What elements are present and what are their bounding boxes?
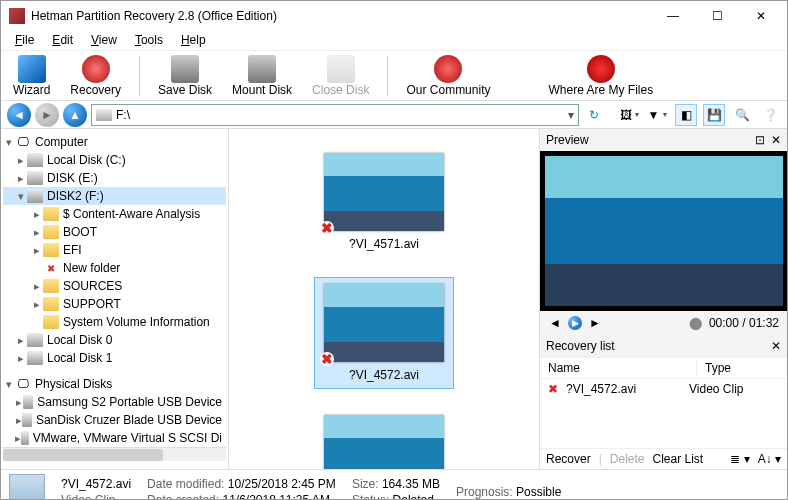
tree-physical-disks[interactable]: ▾Physical Disks	[3, 375, 226, 393]
preview-toggle-button[interactable]: ◧	[675, 104, 697, 126]
file-list[interactable]: ?VI_4571.avi?VI_4572.avi?VI_4573.avi?VI_…	[229, 129, 539, 469]
tree-item[interactable]: ▸Samsung S2 Portable USB Device	[3, 393, 226, 411]
address-dropdown-icon[interactable]: ▾	[568, 108, 574, 122]
play-button[interactable]: ▶	[568, 316, 582, 330]
nav-back-button[interactable]: ◄	[7, 103, 31, 127]
mount-disk-button[interactable]: Mount Disk	[226, 53, 298, 99]
view-controls: 🖼▼ ▼▼ ◧ 💾 🔍 ❔	[619, 104, 781, 126]
status-filename: ?VI_4572.avi	[61, 477, 131, 491]
drive-icon	[96, 109, 112, 121]
tree-item[interactable]: ▸VMware, VMware Virtual S SCSI Di	[3, 429, 226, 447]
file-thumbnail[interactable]: ?VI_4571.avi	[314, 147, 454, 257]
navbar: ◄ ► ▲ F:\ ▾ ↻ 🖼▼ ▼▼ ◧ 💾 🔍 ❔	[1, 101, 787, 129]
prev-frame-button[interactable]: ◄	[548, 316, 562, 330]
refresh-button[interactable]: ↻	[583, 104, 605, 126]
menu-tools[interactable]: Tools	[127, 31, 171, 50]
thumbnail-image	[324, 415, 444, 469]
tree-item[interactable]: ▸SOURCES	[3, 277, 226, 295]
next-frame-button[interactable]: ►	[588, 316, 602, 330]
tree-item[interactable]: System Volume Information	[3, 313, 226, 331]
thumbnail-image	[324, 153, 444, 231]
thumbnail-image	[324, 284, 444, 362]
recovery-list: Name Type ✖ ?VI_4572.avi Video Clip Reco…	[540, 357, 787, 469]
recovery-list-row[interactable]: ✖ ?VI_4572.avi Video Clip	[540, 379, 787, 399]
toolbar: Wizard Recovery Save Disk Mount Disk Clo…	[1, 51, 787, 101]
tree-item[interactable]: ▾DISK2 (F:)	[3, 187, 226, 205]
save-config-button[interactable]: 💾	[703, 104, 725, 126]
nav-forward-button[interactable]: ►	[35, 103, 59, 127]
tree-item[interactable]: ▸SanDisk Cruzer Blade USB Device	[3, 411, 226, 429]
recovery-list-close-button[interactable]: ✕	[771, 339, 781, 353]
toolbar-separator	[387, 56, 388, 96]
save-disk-button[interactable]: Save Disk	[152, 53, 218, 99]
menubar: File Edit View Tools Help	[1, 31, 787, 51]
help-button[interactable]: ❔	[759, 104, 781, 126]
tree-item[interactable]: New folder	[3, 259, 226, 277]
media-time: ⬤ 00:00 / 01:32	[689, 316, 779, 330]
recovery-list-title: Recovery list	[546, 339, 615, 353]
col-type[interactable]: Type	[697, 361, 787, 375]
community-button[interactable]: Our Community	[400, 53, 496, 99]
tree-item[interactable]: ▸EFI	[3, 241, 226, 259]
deleted-file-icon: ✖	[548, 382, 562, 396]
media-controls: ◄ ▶ ► ⬤ 00:00 / 01:32	[540, 311, 787, 335]
view-mode-button[interactable]: 🖼▼	[619, 104, 641, 126]
recover-button[interactable]: Recover	[546, 452, 591, 466]
wizard-button[interactable]: Wizard	[7, 53, 56, 99]
thumbnail-label: ?VI_4571.avi	[349, 237, 419, 251]
sort-button[interactable]: A↓ ▾	[758, 452, 781, 466]
tree-root-computer[interactable]: ▾Computer	[3, 133, 226, 151]
list-view-mode-button[interactable]: ≣ ▾	[730, 452, 749, 466]
preview-title: Preview	[546, 133, 589, 147]
close-disk-button: Close Disk	[306, 53, 375, 99]
recovery-button[interactable]: Recovery	[64, 53, 127, 99]
tree-item[interactable]: ▸SUPPORT	[3, 295, 226, 313]
preview-image	[540, 151, 787, 311]
menu-file[interactable]: File	[7, 31, 42, 50]
app-icon	[9, 8, 25, 24]
preview-panel: Preview ⊡ ✕ ◄ ▶ ► ⬤ 00:00 / 01:32 Recove…	[539, 129, 787, 469]
toolbar-separator	[139, 56, 140, 96]
tree-item[interactable]: ▸BOOT	[3, 223, 226, 241]
status-file-icon	[9, 474, 45, 501]
menu-view[interactable]: View	[83, 31, 125, 50]
status-filetype: Video Clip	[61, 493, 131, 501]
address-text: F:\	[116, 108, 130, 122]
tree-scrollbar-horizontal[interactable]	[3, 447, 226, 461]
preview-close-button[interactable]: ✕	[771, 133, 781, 147]
preview-pin-icon[interactable]: ⊡	[755, 133, 765, 147]
where-files-button[interactable]: Where Are My Files	[542, 53, 659, 99]
titlebar: Hetman Partition Recovery 2.8 (Office Ed…	[1, 1, 787, 31]
menu-edit[interactable]: Edit	[44, 31, 81, 50]
maximize-button[interactable]: ☐	[695, 2, 739, 30]
tree-item[interactable]: ▸$ Content-Aware Analysis	[3, 205, 226, 223]
tree-item[interactable]: ▸Local Disk 1	[3, 349, 226, 367]
window-title: Hetman Partition Recovery 2.8 (Office Ed…	[31, 9, 651, 23]
thumbnail-label: ?VI_4572.avi	[349, 368, 419, 382]
tree-item[interactable]: ▸DISK (E:)	[3, 169, 226, 187]
search-button[interactable]: 🔍	[731, 104, 753, 126]
tree-item[interactable]: ▸Local Disk (C:)	[3, 151, 226, 169]
status-bar: ?VI_4572.avi Video Clip Date modified: 1…	[1, 469, 787, 500]
clear-list-button[interactable]: Clear List	[653, 452, 704, 466]
nav-up-button[interactable]: ▲	[63, 103, 87, 127]
filter-button[interactable]: ▼▼	[647, 104, 669, 126]
address-bar[interactable]: F:\ ▾	[91, 104, 579, 126]
col-name[interactable]: Name	[540, 361, 697, 375]
file-thumbnail[interactable]: ?VI_4573.avi	[314, 409, 454, 469]
menu-help[interactable]: Help	[173, 31, 214, 50]
delete-button: Delete	[610, 452, 645, 466]
file-thumbnail[interactable]: ?VI_4572.avi	[314, 277, 454, 389]
minimize-button[interactable]: —	[651, 2, 695, 30]
folder-tree[interactable]: ▾Computer ▸Local Disk (C:)▸DISK (E:)▾DIS…	[1, 129, 229, 469]
close-button[interactable]: ✕	[739, 2, 783, 30]
tree-item[interactable]: ▸Local Disk 0	[3, 331, 226, 349]
